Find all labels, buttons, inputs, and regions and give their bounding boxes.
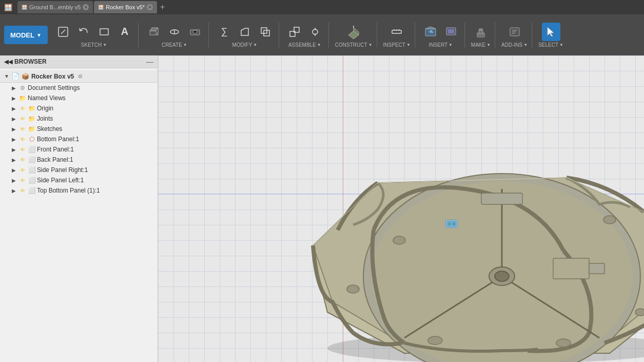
create-icons xyxy=(145,23,204,41)
svg-rect-49 xyxy=(553,258,589,279)
add-ins-label[interactable]: ADD-INS ▼ xyxy=(501,42,528,48)
item-icon-side-panel-right: ⬜ xyxy=(28,166,36,174)
item-arrow-side-panel-left[interactable]: ▶ xyxy=(10,177,17,184)
browser-item-front-panel[interactable]: ▶ 👁 ⬜ Front Panel:1 xyxy=(0,144,158,155)
sketch-group: A SKETCH ▼ xyxy=(50,23,139,48)
sketch-text-button[interactable]: A xyxy=(115,23,134,41)
sketch-rect-button[interactable] xyxy=(95,23,113,41)
sketch-undo-button[interactable] xyxy=(74,23,93,41)
construct-label[interactable]: CONSTRUCT ▼ xyxy=(335,42,373,48)
3d-object xyxy=(302,117,644,362)
assemble-new-component-button[interactable] xyxy=(285,23,304,41)
select-button[interactable] xyxy=(542,23,560,41)
item-icon-eye-bottom-panel[interactable]: 👁 xyxy=(18,135,27,143)
browser-item-top-bottom-panel[interactable]: ▶ 👁 ⬜ Top Bottom Panel (1):1 xyxy=(0,185,158,196)
svg-line-1 xyxy=(61,30,65,34)
assemble-icons xyxy=(285,23,324,41)
modify-fillet-button[interactable]: ∑ xyxy=(215,23,233,41)
root-icon-component: 📦 xyxy=(22,73,29,80)
tab-bar: 🪟 🪟 Ground B...embly v5 ✕ 🪟 Rocker Box v… xyxy=(0,0,644,14)
browser-item-back-panel[interactable]: ▶ 👁 ⬜ Back Panel:1 xyxy=(0,155,158,165)
item-icon-eye-sketches[interactable]: 👁 xyxy=(18,125,27,133)
make-arrow: ▼ xyxy=(486,43,491,47)
item-icon-eye-side-panel-right[interactable]: 👁 xyxy=(18,166,27,174)
insert-decal-button[interactable] xyxy=(442,23,460,41)
item-arrow-sketches[interactable]: ▶ xyxy=(10,125,17,132)
create-revolve-button[interactable] xyxy=(165,23,184,41)
inspect-icons xyxy=(387,23,406,41)
create-hole-button[interactable] xyxy=(186,23,204,41)
browser-collapse-icon[interactable]: ◀◀ xyxy=(4,59,12,65)
item-arrow-back-panel[interactable]: ▶ xyxy=(10,156,17,163)
item-icon-eye-front-panel[interactable]: 👁 xyxy=(18,145,27,154)
construct-plane-button[interactable] xyxy=(344,23,363,41)
browser-item-named-views[interactable]: ▶ 📁 Named Views xyxy=(0,93,158,103)
create-label[interactable]: CREATE ▼ xyxy=(162,42,187,48)
insert-canvas-button[interactable] xyxy=(421,23,440,41)
item-arrow-named-views[interactable]: ▶ xyxy=(10,94,17,102)
model-dropdown-button[interactable]: MODEL ▼ xyxy=(4,26,48,44)
tab-close-1[interactable]: ✕ xyxy=(83,4,89,10)
item-icon-eye-origin[interactable]: 👁 xyxy=(18,104,27,112)
item-arrow-joints[interactable]: ▶ xyxy=(10,115,17,122)
browser-pin-icon[interactable]: — xyxy=(146,58,153,66)
browser-header: ◀◀ BROWSER — xyxy=(0,55,158,68)
item-arrow-origin[interactable]: ▶ xyxy=(10,105,17,112)
viewport[interactable] xyxy=(158,55,644,362)
item-icon-eye-side-panel-left[interactable]: 👁 xyxy=(18,176,27,184)
browser-item-origin[interactable]: ▶ 👁 📁 Origin xyxy=(0,103,158,113)
root-radio-icon: ⊙ xyxy=(78,73,82,79)
item-arrow-doc-settings[interactable]: ▶ xyxy=(10,84,17,91)
assemble-joint-button[interactable] xyxy=(306,23,324,41)
modify-group: ∑ MODIFY ▼ xyxy=(211,23,279,48)
browser-root-item[interactable]: ▼ 📄 📦 Rocker Box v5 ⊙ xyxy=(0,70,158,83)
make-3dprint-button[interactable] xyxy=(472,23,490,41)
item-label-bottom-panel: Bottom Panel:1 xyxy=(37,136,79,143)
add-ins-group: ADD-INS ▼ xyxy=(497,23,532,48)
create-group: CREATE ▼ xyxy=(141,23,209,48)
assemble-label[interactable]: ASSEMBLE ▼ xyxy=(288,42,321,48)
svg-rect-59 xyxy=(448,222,451,225)
browser-item-bottom-panel[interactable]: ▶ 👁 ⬡ Bottom Panel:1 xyxy=(0,134,158,144)
select-label[interactable]: SELECT ▼ xyxy=(538,42,563,48)
item-icon-named-views: 📁 xyxy=(18,94,27,102)
root-expand-arrow[interactable]: ▼ xyxy=(4,73,9,79)
sketch-create-button[interactable] xyxy=(54,23,72,41)
root-icon-document: 📄 xyxy=(11,72,19,80)
svg-point-53 xyxy=(635,309,644,316)
modify-chamfer-button[interactable] xyxy=(236,23,254,41)
browser-item-sketches[interactable]: ▶ 👁 📁 Sketches xyxy=(0,124,158,134)
browser-item-doc-settings[interactable]: ▶ ⚙ Document Settings xyxy=(0,83,158,93)
item-icon-eye-joints[interactable]: 👁 xyxy=(18,115,27,123)
new-tab-button[interactable]: + xyxy=(160,3,165,12)
item-arrow-front-panel[interactable]: ▶ xyxy=(10,146,17,153)
tab-close-2[interactable]: ✕ xyxy=(147,4,153,10)
browser-item-side-panel-left[interactable]: ▶ 👁 ⬜ Side Panel Left:1 xyxy=(0,175,158,185)
tab-rocker-box[interactable]: 🪟 Rocker Box v5* ✕ xyxy=(94,1,157,13)
item-label-front-panel: Front Panel:1 xyxy=(37,146,74,153)
add-ins-icons xyxy=(505,23,524,41)
sketch-label[interactable]: SKETCH ▼ xyxy=(81,42,107,48)
make-label[interactable]: MAKE ▼ xyxy=(471,42,491,48)
inspect-label[interactable]: INSPECT ▼ xyxy=(383,42,411,48)
tab-label-2: Rocker Box v5* xyxy=(106,4,145,10)
modify-combine-button[interactable] xyxy=(256,23,275,41)
create-extrude-button[interactable] xyxy=(145,23,163,41)
tab-ground-assembly[interactable]: 🪟 Ground B...embly v5 ✕ xyxy=(17,1,93,13)
tab-icon-2: 🪟 xyxy=(98,5,104,10)
item-icon-eye-top-bottom-panel[interactable]: 👁 xyxy=(18,186,27,195)
item-icon-eye-back-panel[interactable]: 👁 xyxy=(18,156,27,164)
item-arrow-top-bottom-panel[interactable]: ▶ xyxy=(10,187,17,194)
modify-label[interactable]: MODIFY ▼ xyxy=(232,42,257,48)
select-arrow: ▼ xyxy=(559,43,563,47)
item-arrow-bottom-panel[interactable]: ▶ xyxy=(10,136,17,143)
add-ins-scripts-button[interactable] xyxy=(505,23,524,41)
insert-label[interactable]: INSERT ▼ xyxy=(429,42,453,48)
browser-title: BROWSER xyxy=(14,58,47,65)
browser-item-joints[interactable]: ▶ 👁 📁 Joints xyxy=(0,113,158,124)
browser-item-side-panel-right[interactable]: ▶ 👁 ⬜ Side Panel Right:1 xyxy=(0,165,158,175)
item-arrow-side-panel-right[interactable]: ▶ xyxy=(10,166,17,174)
inspect-measure-button[interactable] xyxy=(387,23,406,41)
svg-point-51 xyxy=(393,236,405,244)
item-icon-front-panel: ⬜ xyxy=(28,145,36,154)
